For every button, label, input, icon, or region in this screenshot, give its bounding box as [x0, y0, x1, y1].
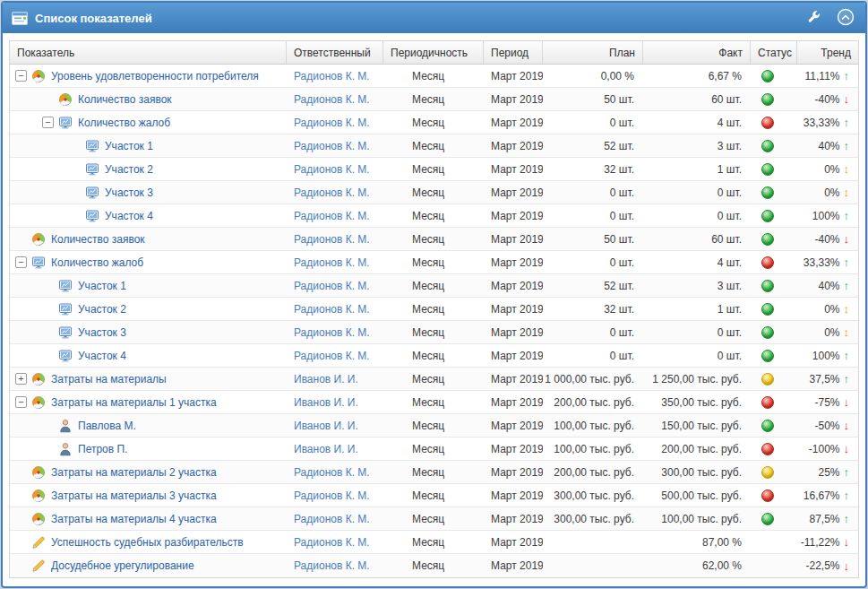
trend-value: 25%	[818, 466, 839, 479]
collapse-node-icon[interactable]: −	[15, 256, 27, 268]
indicator-link[interactable]: Затраты на материалы 3 участка	[51, 489, 217, 502]
status-cell	[751, 437, 797, 460]
table-row[interactable]: Затраты на материалы 4 участкаРадионов К…	[10, 507, 858, 531]
responsible-link[interactable]: Радионов К. М.	[294, 536, 370, 549]
responsible-link[interactable]: Радионов К. М.	[294, 256, 370, 269]
responsible-link[interactable]: Радионов К. М.	[294, 489, 370, 502]
column-header-plan[interactable]: План	[543, 41, 643, 64]
indicator-link[interactable]: Затраты на материалы 2 участка	[51, 466, 217, 479]
indicator-cell: −Затраты на материалы 1 участка	[10, 391, 287, 413]
responsible-link[interactable]: Иванов И. И.	[294, 443, 358, 455]
indicator-link[interactable]: Количество жалоб	[78, 117, 170, 129]
period-cell: Март 2019	[484, 531, 543, 553]
responsible-link[interactable]: Радионов К. М.	[294, 280, 370, 292]
indicator-link[interactable]: Количество заявок	[51, 233, 145, 246]
table-row[interactable]: Участок 4Радионов К. М.МесяцМарт 20190 ш…	[10, 344, 858, 368]
table-row[interactable]: Количество заявокРадионов К. М.МесяцМарт…	[10, 228, 858, 251]
table-row[interactable]: Павлова М.Иванов И. И.МесяцМарт 2019100,…	[10, 414, 858, 437]
indicator-link[interactable]: Участок 4	[78, 350, 126, 362]
status-cell	[751, 251, 797, 273]
indicator-link[interactable]: Затраты на материалы 1 участка	[51, 396, 217, 409]
trend-flat-arrow-icon: ↕	[844, 325, 850, 339]
table-row[interactable]: Досудебное урегулированиеРадионов К. М.М…	[10, 554, 858, 577]
table-row[interactable]: Участок 2Радионов К. М.МесяцМарт 201932 …	[10, 298, 858, 321]
responsible-link[interactable]: Иванов И. И.	[294, 420, 358, 432]
responsible-link[interactable]: Радионов К. М.	[294, 326, 370, 339]
responsible-link[interactable]: Радионов К. М.	[294, 140, 370, 152]
responsible-link[interactable]: Радионов К. М.	[294, 93, 370, 106]
table-row[interactable]: Успешность судебных разбирательствРадион…	[10, 531, 858, 554]
screen-icon	[58, 302, 73, 316]
responsible-link[interactable]: Радионов К. М.	[294, 466, 370, 479]
indicator-link[interactable]: Количество жалоб	[51, 256, 143, 269]
indicator-link[interactable]: Уровень удовлетворенности потребителя	[51, 70, 259, 82]
indicator-link[interactable]: Участок 2	[78, 303, 126, 316]
table-row[interactable]: Количество заявокРадионов К. М.МесяцМарт…	[10, 88, 858, 111]
indicator-link[interactable]: Досудебное урегулирование	[51, 559, 194, 572]
responsible-link[interactable]: Радионов К. М.	[294, 70, 370, 82]
indicator-link[interactable]: Участок 2	[105, 163, 153, 176]
periodicity-cell: Месяц	[383, 321, 484, 343]
column-header-period[interactable]: Период	[484, 41, 543, 64]
table-row[interactable]: Участок 4Радионов К. М.МесяцМарт 20190 ш…	[10, 204, 858, 228]
table-row[interactable]: −Уровень удовлетворенности потребителяРа…	[10, 65, 858, 88]
table-row[interactable]: Участок 2Радионов К. М.МесяцМарт 201932 …	[10, 158, 858, 181]
indicator-link[interactable]: Павлова М.	[78, 420, 136, 432]
fact-cell: 3 шт.	[643, 274, 751, 297]
column-header-responsible[interactable]: Ответственный	[287, 41, 383, 64]
table-row[interactable]: +Затраты на материалыИванов И. И.МесяцМа…	[10, 368, 858, 391]
trend-cell: 40%↑	[797, 274, 858, 297]
indicator-link[interactable]: Участок 3	[105, 186, 153, 199]
responsible-cell: Иванов И. И.	[287, 368, 383, 390]
table-row[interactable]: Участок 1Радионов К. М.МесяцМарт 201952 …	[10, 134, 858, 158]
responsible-link[interactable]: Радионов К. М.	[294, 303, 370, 316]
trend-up-arrow-icon: ↑	[844, 465, 850, 479]
responsible-link[interactable]: Радионов К. М.	[294, 186, 370, 199]
indicator-link[interactable]: Петров П.	[78, 443, 127, 455]
table-row[interactable]: Затраты на материалы 2 участкаРадионов К…	[10, 461, 858, 484]
responsible-link[interactable]: Радионов К. М.	[294, 117, 370, 129]
table-row[interactable]: −Затраты на материалы 1 участкаИванов И.…	[10, 391, 858, 414]
indicator-link[interactable]: Участок 1	[78, 280, 126, 292]
trend-cell: 0%↕	[797, 158, 858, 180]
responsible-link[interactable]: Иванов И. И.	[294, 373, 358, 385]
column-header-fact[interactable]: Факт	[643, 41, 751, 64]
responsible-link[interactable]: Радионов К. М.	[294, 210, 370, 222]
expand-node-icon[interactable]: +	[15, 373, 27, 385]
responsible-link[interactable]: Радионов К. М.	[294, 350, 370, 362]
collapse-node-icon[interactable]: −	[15, 70, 27, 82]
indicator-link[interactable]: Участок 1	[105, 140, 153, 152]
table-row[interactable]: Участок 3Радионов К. М.МесяцМарт 20190 ш…	[10, 321, 858, 344]
table-row[interactable]: Петров П.Иванов И. И.МесяцМарт 2019100,0…	[10, 437, 858, 461]
column-header-trend[interactable]: Тренд	[797, 41, 858, 64]
indicator-link[interactable]: Успешность судебных разбирательств	[51, 536, 244, 549]
responsible-link[interactable]: Радионов К. М.	[294, 513, 370, 525]
settings-wrench-button[interactable]	[805, 8, 822, 28]
collapse-node-icon[interactable]: −	[15, 396, 27, 408]
table-row[interactable]: Затраты на материалы 3 участкаРадионов К…	[10, 484, 858, 507]
responsible-link[interactable]: Радионов К. М.	[294, 233, 370, 246]
table-row[interactable]: Участок 1Радионов К. М.МесяцМарт 201952 …	[10, 274, 858, 298]
indicator-link[interactable]: Количество заявок	[78, 93, 172, 106]
collapse-node-icon[interactable]: −	[42, 117, 54, 128]
collapse-panel-button[interactable]	[835, 6, 856, 30]
status-green-icon	[761, 163, 774, 176]
indicator-link[interactable]: Затраты на материалы	[51, 373, 167, 385]
indicator-link[interactable]: Затраты на материалы 4 участка	[51, 513, 217, 525]
responsible-link[interactable]: Радионов К. М.	[294, 163, 370, 176]
trend-up-arrow-icon: ↑	[844, 279, 850, 292]
column-header-periodicity[interactable]: Периодичность	[383, 41, 484, 64]
responsible-link[interactable]: Радионов К. М.	[294, 559, 370, 572]
table-row[interactable]: −Количество жалобРадионов К. М.МесяцМарт…	[10, 251, 858, 274]
status-cell	[751, 181, 797, 204]
table-row[interactable]: −Количество жалобРадионов К. М.МесяцМарт…	[10, 111, 858, 134]
indicator-link[interactable]: Участок 3	[78, 326, 126, 339]
gauge-icon	[31, 69, 46, 83]
indicator-link[interactable]: Участок 4	[105, 210, 153, 222]
trend-flat-arrow-icon: ↕	[844, 162, 850, 176]
responsible-link[interactable]: Иванов И. И.	[294, 396, 358, 409]
table-row[interactable]: Участок 3Радионов К. М.МесяцМарт 20190 ш…	[10, 181, 858, 204]
column-header-status[interactable]: Статус	[751, 41, 797, 64]
column-header-indicator[interactable]: Показатель	[10, 41, 287, 64]
trend-cell: 33,33%↑	[797, 251, 858, 273]
